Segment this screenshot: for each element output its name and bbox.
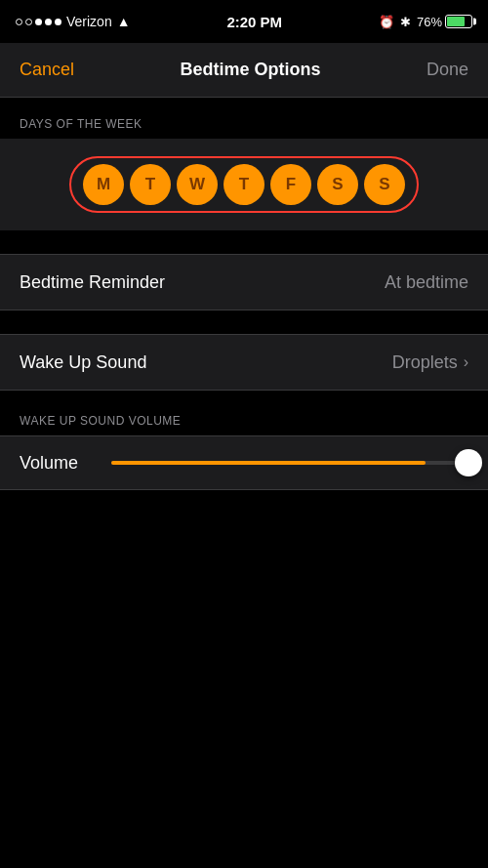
days-container: M T W T F S S xyxy=(0,139,488,230)
volume-slider-track[interactable] xyxy=(111,461,468,465)
carrier-label: Verizon xyxy=(66,14,112,29)
days-ring: M T W T F S S xyxy=(69,156,419,213)
bluetooth-icon: ✱ xyxy=(400,15,411,29)
day-monday[interactable]: M xyxy=(83,164,124,205)
signal-dot-2 xyxy=(25,19,32,25)
status-left: Verizon ▲ xyxy=(16,14,131,29)
volume-slider-fill xyxy=(111,461,426,465)
battery-icon xyxy=(445,15,472,28)
volume-label: Volume xyxy=(20,453,98,474)
day-thursday[interactable]: T xyxy=(224,164,264,205)
day-saturday[interactable]: S xyxy=(317,164,358,205)
signal-dot-3 xyxy=(35,19,42,25)
cancel-button[interactable]: Cancel xyxy=(20,60,74,80)
volume-section-label: WAKE UP SOUND VOLUME xyxy=(0,414,488,435)
page-title: Bedtime Options xyxy=(180,60,320,80)
wake-up-sound-value-text: Droplets xyxy=(392,352,458,373)
day-friday[interactable]: F xyxy=(270,164,311,205)
wake-up-sound-value: Droplets › xyxy=(392,352,468,373)
volume-section: WAKE UP SOUND VOLUME Volume xyxy=(0,414,488,490)
status-bar: Verizon ▲ 2:20 PM ⏰ ✱ 76% xyxy=(0,0,488,43)
wake-up-sound-group: Wake Up Sound Droplets › xyxy=(0,334,488,391)
bedtime-reminder-group: Bedtime Reminder At bedtime xyxy=(0,254,488,310)
battery-pct: 76% xyxy=(417,15,442,29)
signal-dots xyxy=(16,19,61,25)
battery-container: 76% xyxy=(417,15,472,29)
nav-bar: Cancel Bedtime Options Done xyxy=(0,43,488,98)
chevron-right-icon: › xyxy=(464,353,468,371)
day-wednesday[interactable]: W xyxy=(177,164,218,205)
bedtime-reminder-label: Bedtime Reminder xyxy=(20,272,165,293)
wifi-icon: ▲ xyxy=(117,14,131,29)
day-tuesday[interactable]: T xyxy=(130,164,171,205)
signal-dot-1 xyxy=(16,19,22,25)
volume-slider-thumb[interactable] xyxy=(455,449,482,476)
done-button[interactable]: Done xyxy=(427,60,468,80)
bedtime-reminder-value: At bedtime xyxy=(385,272,468,293)
bedtime-reminder-value-text: At bedtime xyxy=(385,272,468,293)
bedtime-reminder-row[interactable]: Bedtime Reminder At bedtime xyxy=(0,255,488,310)
days-section-label: DAYS OF THE WEEK xyxy=(0,98,488,139)
wake-up-sound-row[interactable]: Wake Up Sound Droplets › xyxy=(0,335,488,390)
wake-up-sound-label: Wake Up Sound xyxy=(20,352,146,373)
status-time: 2:20 PM xyxy=(226,14,282,30)
signal-dot-5 xyxy=(55,19,61,25)
signal-dot-4 xyxy=(45,19,52,25)
content: DAYS OF THE WEEK M T W T F S S Bedtime R… xyxy=(0,98,488,490)
alarm-icon: ⏰ xyxy=(379,15,394,29)
status-right: ⏰ ✱ 76% xyxy=(379,15,472,29)
volume-row: Volume xyxy=(0,435,488,490)
battery-fill xyxy=(447,17,465,26)
day-sunday[interactable]: S xyxy=(364,164,405,205)
